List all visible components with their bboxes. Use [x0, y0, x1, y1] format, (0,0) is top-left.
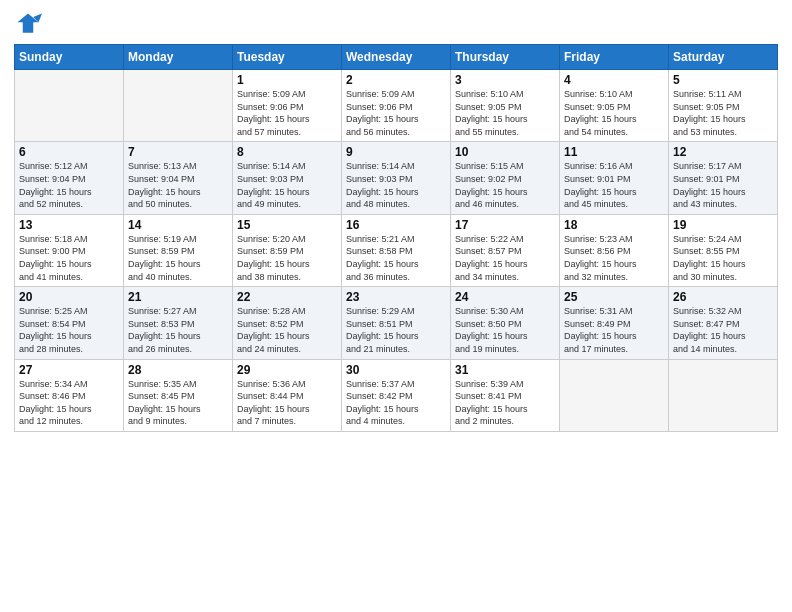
calendar-cell: 10Sunrise: 5:15 AM Sunset: 9:02 PM Dayli… — [451, 142, 560, 214]
day-number: 6 — [19, 145, 119, 159]
calendar-cell: 15Sunrise: 5:20 AM Sunset: 8:59 PM Dayli… — [233, 214, 342, 286]
day-info: Sunrise: 5:18 AM Sunset: 9:00 PM Dayligh… — [19, 233, 119, 283]
day-info: Sunrise: 5:30 AM Sunset: 8:50 PM Dayligh… — [455, 305, 555, 355]
day-number: 17 — [455, 218, 555, 232]
calendar-row-4: 27Sunrise: 5:34 AM Sunset: 8:46 PM Dayli… — [15, 359, 778, 431]
day-info: Sunrise: 5:13 AM Sunset: 9:04 PM Dayligh… — [128, 160, 228, 210]
calendar-cell: 6Sunrise: 5:12 AM Sunset: 9:04 PM Daylig… — [15, 142, 124, 214]
logo — [14, 10, 46, 38]
weekday-header-tuesday: Tuesday — [233, 45, 342, 70]
day-info: Sunrise: 5:10 AM Sunset: 9:05 PM Dayligh… — [564, 88, 664, 138]
weekday-header-saturday: Saturday — [669, 45, 778, 70]
day-number: 2 — [346, 73, 446, 87]
calendar-row-2: 13Sunrise: 5:18 AM Sunset: 9:00 PM Dayli… — [15, 214, 778, 286]
day-number: 13 — [19, 218, 119, 232]
day-number: 8 — [237, 145, 337, 159]
day-info: Sunrise: 5:10 AM Sunset: 9:05 PM Dayligh… — [455, 88, 555, 138]
calendar-cell: 30Sunrise: 5:37 AM Sunset: 8:42 PM Dayli… — [342, 359, 451, 431]
day-number: 14 — [128, 218, 228, 232]
day-number: 27 — [19, 363, 119, 377]
day-number: 29 — [237, 363, 337, 377]
calendar-cell: 2Sunrise: 5:09 AM Sunset: 9:06 PM Daylig… — [342, 70, 451, 142]
day-number: 1 — [237, 73, 337, 87]
calendar-cell: 27Sunrise: 5:34 AM Sunset: 8:46 PM Dayli… — [15, 359, 124, 431]
day-info: Sunrise: 5:34 AM Sunset: 8:46 PM Dayligh… — [19, 378, 119, 428]
calendar-cell: 23Sunrise: 5:29 AM Sunset: 8:51 PM Dayli… — [342, 287, 451, 359]
day-number: 23 — [346, 290, 446, 304]
weekday-header-friday: Friday — [560, 45, 669, 70]
day-number: 18 — [564, 218, 664, 232]
day-number: 30 — [346, 363, 446, 377]
day-info: Sunrise: 5:11 AM Sunset: 9:05 PM Dayligh… — [673, 88, 773, 138]
day-number: 31 — [455, 363, 555, 377]
calendar-cell: 17Sunrise: 5:22 AM Sunset: 8:57 PM Dayli… — [451, 214, 560, 286]
calendar-cell: 12Sunrise: 5:17 AM Sunset: 9:01 PM Dayli… — [669, 142, 778, 214]
day-info: Sunrise: 5:14 AM Sunset: 9:03 PM Dayligh… — [237, 160, 337, 210]
day-info: Sunrise: 5:23 AM Sunset: 8:56 PM Dayligh… — [564, 233, 664, 283]
day-info: Sunrise: 5:39 AM Sunset: 8:41 PM Dayligh… — [455, 378, 555, 428]
day-info: Sunrise: 5:09 AM Sunset: 9:06 PM Dayligh… — [346, 88, 446, 138]
calendar-cell — [124, 70, 233, 142]
day-info: Sunrise: 5:16 AM Sunset: 9:01 PM Dayligh… — [564, 160, 664, 210]
day-number: 19 — [673, 218, 773, 232]
day-number: 25 — [564, 290, 664, 304]
calendar-cell: 16Sunrise: 5:21 AM Sunset: 8:58 PM Dayli… — [342, 214, 451, 286]
weekday-header-sunday: Sunday — [15, 45, 124, 70]
day-number: 15 — [237, 218, 337, 232]
day-info: Sunrise: 5:21 AM Sunset: 8:58 PM Dayligh… — [346, 233, 446, 283]
day-number: 11 — [564, 145, 664, 159]
day-number: 4 — [564, 73, 664, 87]
calendar-row-0: 1Sunrise: 5:09 AM Sunset: 9:06 PM Daylig… — [15, 70, 778, 142]
day-number: 9 — [346, 145, 446, 159]
calendar-cell: 14Sunrise: 5:19 AM Sunset: 8:59 PM Dayli… — [124, 214, 233, 286]
day-info: Sunrise: 5:31 AM Sunset: 8:49 PM Dayligh… — [564, 305, 664, 355]
day-number: 26 — [673, 290, 773, 304]
day-info: Sunrise: 5:22 AM Sunset: 8:57 PM Dayligh… — [455, 233, 555, 283]
page: SundayMondayTuesdayWednesdayThursdayFrid… — [0, 0, 792, 612]
calendar-cell — [669, 359, 778, 431]
day-info: Sunrise: 5:09 AM Sunset: 9:06 PM Dayligh… — [237, 88, 337, 138]
day-info: Sunrise: 5:36 AM Sunset: 8:44 PM Dayligh… — [237, 378, 337, 428]
calendar-cell: 29Sunrise: 5:36 AM Sunset: 8:44 PM Dayli… — [233, 359, 342, 431]
day-info: Sunrise: 5:24 AM Sunset: 8:55 PM Dayligh… — [673, 233, 773, 283]
day-number: 12 — [673, 145, 773, 159]
calendar-cell: 3Sunrise: 5:10 AM Sunset: 9:05 PM Daylig… — [451, 70, 560, 142]
calendar-cell: 5Sunrise: 5:11 AM Sunset: 9:05 PM Daylig… — [669, 70, 778, 142]
calendar-cell — [560, 359, 669, 431]
day-info: Sunrise: 5:28 AM Sunset: 8:52 PM Dayligh… — [237, 305, 337, 355]
calendar-cell: 7Sunrise: 5:13 AM Sunset: 9:04 PM Daylig… — [124, 142, 233, 214]
calendar-cell: 11Sunrise: 5:16 AM Sunset: 9:01 PM Dayli… — [560, 142, 669, 214]
day-info: Sunrise: 5:19 AM Sunset: 8:59 PM Dayligh… — [128, 233, 228, 283]
calendar-cell: 19Sunrise: 5:24 AM Sunset: 8:55 PM Dayli… — [669, 214, 778, 286]
day-number: 21 — [128, 290, 228, 304]
calendar-cell: 31Sunrise: 5:39 AM Sunset: 8:41 PM Dayli… — [451, 359, 560, 431]
day-number: 3 — [455, 73, 555, 87]
day-number: 20 — [19, 290, 119, 304]
calendar-cell: 21Sunrise: 5:27 AM Sunset: 8:53 PM Dayli… — [124, 287, 233, 359]
calendar: SundayMondayTuesdayWednesdayThursdayFrid… — [14, 44, 778, 432]
day-info: Sunrise: 5:15 AM Sunset: 9:02 PM Dayligh… — [455, 160, 555, 210]
day-info: Sunrise: 5:32 AM Sunset: 8:47 PM Dayligh… — [673, 305, 773, 355]
day-info: Sunrise: 5:27 AM Sunset: 8:53 PM Dayligh… — [128, 305, 228, 355]
calendar-cell — [15, 70, 124, 142]
day-number: 10 — [455, 145, 555, 159]
calendar-cell: 1Sunrise: 5:09 AM Sunset: 9:06 PM Daylig… — [233, 70, 342, 142]
day-info: Sunrise: 5:37 AM Sunset: 8:42 PM Dayligh… — [346, 378, 446, 428]
weekday-header-wednesday: Wednesday — [342, 45, 451, 70]
weekday-header-monday: Monday — [124, 45, 233, 70]
day-info: Sunrise: 5:29 AM Sunset: 8:51 PM Dayligh… — [346, 305, 446, 355]
day-number: 7 — [128, 145, 228, 159]
calendar-cell: 25Sunrise: 5:31 AM Sunset: 8:49 PM Dayli… — [560, 287, 669, 359]
day-info: Sunrise: 5:14 AM Sunset: 9:03 PM Dayligh… — [346, 160, 446, 210]
day-info: Sunrise: 5:17 AM Sunset: 9:01 PM Dayligh… — [673, 160, 773, 210]
day-info: Sunrise: 5:12 AM Sunset: 9:04 PM Dayligh… — [19, 160, 119, 210]
calendar-cell: 26Sunrise: 5:32 AM Sunset: 8:47 PM Dayli… — [669, 287, 778, 359]
calendar-cell: 24Sunrise: 5:30 AM Sunset: 8:50 PM Dayli… — [451, 287, 560, 359]
weekday-header-row: SundayMondayTuesdayWednesdayThursdayFrid… — [15, 45, 778, 70]
day-number: 24 — [455, 290, 555, 304]
day-number: 5 — [673, 73, 773, 87]
calendar-cell: 9Sunrise: 5:14 AM Sunset: 9:03 PM Daylig… — [342, 142, 451, 214]
day-info: Sunrise: 5:25 AM Sunset: 8:54 PM Dayligh… — [19, 305, 119, 355]
day-number: 22 — [237, 290, 337, 304]
calendar-cell: 8Sunrise: 5:14 AM Sunset: 9:03 PM Daylig… — [233, 142, 342, 214]
